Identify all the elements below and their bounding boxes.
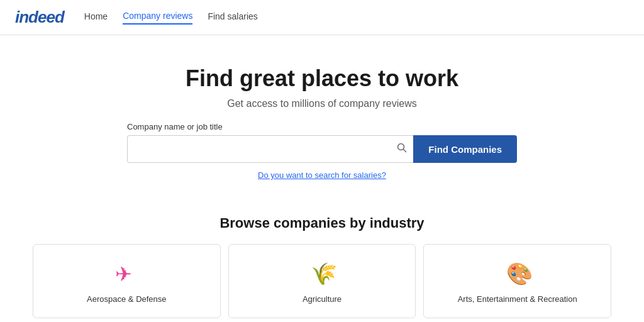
search-input[interactable] xyxy=(127,135,413,163)
search-input-wrap xyxy=(127,135,413,163)
svg-text:🎨: 🎨 xyxy=(506,261,531,286)
logo[interactable]: indeed xyxy=(15,8,64,27)
nav-find-salaries[interactable]: Find salaries xyxy=(208,11,257,24)
industry-card[interactable]: 🌾 Agriculture xyxy=(228,244,416,318)
browse-section: Browse companies by industry ✈ Aerospace… xyxy=(8,200,636,322)
hero-subtitle: Get access to millions of company review… xyxy=(227,98,416,109)
industry-card[interactable]: 🎨 Arts, Entertainment & Recreation xyxy=(423,244,611,318)
industry-label-2: Arts, Entertainment & Recreation xyxy=(458,294,577,305)
industry-icon-0: ✈ xyxy=(111,257,142,287)
hero-section: Find great places to work Get access to … xyxy=(0,35,644,200)
nav-links: Home Company reviews Find salaries xyxy=(84,11,258,25)
svg-text:🌾: 🌾 xyxy=(311,261,336,286)
nav-home[interactable]: Home xyxy=(84,11,108,24)
industry-grid: ✈ Aerospace & Defense 🌾 Agriculture 🎨 Ar… xyxy=(33,244,611,322)
industry-icon-2: 🎨 xyxy=(502,257,533,287)
industry-icon-1: 🌾 xyxy=(307,257,337,287)
find-companies-button[interactable]: Find Companies xyxy=(413,135,517,163)
nav-company-reviews[interactable]: Company reviews xyxy=(123,11,192,25)
salary-search-link[interactable]: Do you want to search for salaries? xyxy=(258,170,386,180)
navbar: indeed Home Company reviews Find salarie… xyxy=(0,0,644,35)
industry-label-1: Agriculture xyxy=(303,294,341,305)
hero-title: Find great places to work xyxy=(186,65,458,92)
search-icon xyxy=(397,143,407,155)
svg-text:✈: ✈ xyxy=(115,263,132,286)
industry-card[interactable]: ✈ Aerospace & Defense xyxy=(33,244,221,318)
browse-title: Browse companies by industry xyxy=(33,215,611,231)
search-row: Find Companies xyxy=(127,135,517,163)
industry-label-0: Aerospace & Defense xyxy=(87,294,166,305)
search-label: Company name or job title xyxy=(127,122,223,131)
svg-line-1 xyxy=(404,150,406,152)
